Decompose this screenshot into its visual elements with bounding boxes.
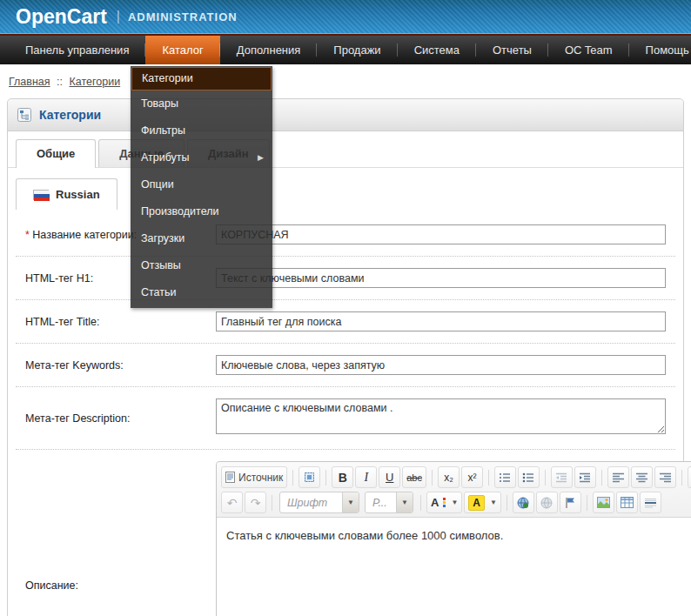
underline-button[interactable]: U <box>379 466 400 488</box>
meta-description-textarea[interactable]: Описание с ключевыми словами . <box>216 398 666 434</box>
tab-content-general: Russian * Название категории: HTML-тег H… <box>8 168 683 616</box>
anchor-flag-icon <box>565 497 575 509</box>
language-tab-russian[interactable]: Russian <box>16 178 117 210</box>
special-char-button[interactable]: Ω <box>688 466 691 488</box>
image-button[interactable] <box>593 492 614 513</box>
menu-item-attributes[interactable]: Атрибуты ▶ <box>131 144 272 171</box>
size-select[interactable]: Р... ▼ <box>365 492 413 513</box>
redo-button[interactable]: ↷ <box>245 492 266 513</box>
undo-button[interactable]: ↶ <box>221 492 243 513</box>
size-select-arrow-icon: ▼ <box>396 492 413 512</box>
menu-item-filters[interactable]: Фильтры <box>131 117 272 144</box>
nav-item-dashboard[interactable]: Панель управления <box>9 36 145 64</box>
table-icon <box>621 497 634 508</box>
align-left-button[interactable] <box>607 466 629 488</box>
subscript-icon: x₂ <box>444 472 453 484</box>
app-header: OpenCart | ADMINISTRATION <box>0 0 691 34</box>
align-left-icon <box>613 472 624 483</box>
font-select[interactable]: Шрифт ▼ <box>279 492 359 513</box>
breadcrumb-home-link[interactable]: Главная <box>9 76 50 88</box>
menu-item-options[interactable]: Опции <box>131 171 272 198</box>
submenu-arrow-icon: ▶ <box>258 144 264 171</box>
underline-icon: U <box>386 471 393 484</box>
numbered-list-icon <box>499 472 511 483</box>
bullet-list-button[interactable] <box>518 466 540 488</box>
nav-item-help[interactable]: Помощь <box>629 36 691 64</box>
superscript-icon: x² <box>467 472 476 484</box>
description-label: Описание: <box>16 579 216 592</box>
source-button[interactable]: Источник <box>221 466 287 488</box>
italic-icon: I <box>364 471 368 485</box>
bg-color-icon: A <box>468 495 485 511</box>
link-icon <box>517 497 529 509</box>
keywords-label: Мета-тег Keywords: <box>16 359 216 372</box>
align-right-button[interactable] <box>654 466 676 488</box>
nav-item-system[interactable]: Система <box>398 36 476 64</box>
form-row-keywords: Мета-тег Keywords: <box>16 344 675 387</box>
numbered-list-button[interactable] <box>494 466 516 488</box>
text-color-button[interactable]: A ▼ <box>426 492 462 513</box>
breadcrumb: Главная :: Категории <box>0 64 691 98</box>
logo-divider: | <box>117 9 120 24</box>
maximize-button[interactable] <box>299 466 320 488</box>
size-select-label: Р... <box>366 497 396 509</box>
form-tabs: Общие Данные Дизайн <box>8 131 683 168</box>
nav-item-sales[interactable]: Продажи <box>317 36 397 64</box>
bold-button[interactable]: B <box>332 466 353 488</box>
form-row-category-name: * Название категории: <box>16 213 675 257</box>
align-center-button[interactable] <box>631 466 653 488</box>
strikethrough-button[interactable]: abc <box>402 466 426 488</box>
maximize-icon <box>304 472 315 483</box>
breadcrumb-current-link[interactable]: Категории <box>70 76 121 88</box>
editor-content-area[interactable]: Статья с ключевыми словами более 1000 си… <box>217 518 691 616</box>
source-icon <box>225 472 235 483</box>
menu-item-categories[interactable]: Категории <box>131 67 272 90</box>
unlink-icon <box>540 497 553 509</box>
title-input[interactable] <box>216 311 666 331</box>
font-select-label: Шрифт <box>280 497 342 509</box>
bg-color-arrow-icon: ▼ <box>490 499 497 506</box>
bold-icon: B <box>339 471 347 485</box>
undo-icon: ↶ <box>227 496 238 510</box>
indent-button[interactable] <box>574 466 596 488</box>
keywords-input[interactable] <box>216 355 666 375</box>
menu-item-articles[interactable]: Статьи <box>131 279 272 306</box>
nav-item-reports[interactable]: Отчеты <box>476 36 548 64</box>
horizontal-rule-icon <box>644 497 657 508</box>
table-button[interactable] <box>616 492 638 513</box>
nav-item-octeam[interactable]: OC Team <box>548 36 629 64</box>
menu-item-products[interactable]: Товары <box>131 90 272 117</box>
image-icon <box>597 497 610 508</box>
menu-item-manufacturers[interactable]: Производители <box>131 198 272 225</box>
russian-flag-icon <box>33 190 49 200</box>
bg-color-button[interactable]: A ▼ <box>464 492 501 513</box>
tab-general[interactable]: Общие <box>16 139 96 168</box>
main-nav: Панель управления Каталог Дополнения Про… <box>0 34 691 64</box>
align-right-icon <box>660 472 671 483</box>
language-tab-label: Russian <box>56 188 100 201</box>
unlink-button[interactable] <box>536 492 558 513</box>
subscript-button[interactable]: x₂ <box>438 466 460 488</box>
wysiwyg-editor: Источник <box>216 461 691 616</box>
link-button[interactable] <box>513 492 534 513</box>
form-row-h1: HTML-тег H1: <box>16 257 675 300</box>
anchor-button[interactable] <box>560 492 581 513</box>
horizontal-rule-button[interactable] <box>640 492 661 513</box>
menu-item-attributes-label: Атрибуты <box>141 151 190 164</box>
h1-input[interactable] <box>216 268 666 288</box>
menu-item-downloads[interactable]: Загрузки <box>131 225 272 252</box>
source-button-label: Источник <box>238 472 283 484</box>
categories-panel: Категории Общие Данные Дизайн Russian * … <box>7 98 684 616</box>
form-row-description-meta: Мета-тег Description: Описание с ключевы… <box>16 387 675 450</box>
category-tree-icon <box>17 108 31 122</box>
page-title: Категории <box>39 108 101 122</box>
superscript-button[interactable]: x² <box>461 466 483 488</box>
category-name-input[interactable] <box>216 224 666 244</box>
menu-item-reviews[interactable]: Отзывы <box>131 252 272 279</box>
outdent-button[interactable] <box>551 466 573 488</box>
indent-icon <box>579 472 591 483</box>
align-center-icon <box>636 472 647 483</box>
nav-item-extensions[interactable]: Дополнения <box>220 36 318 64</box>
italic-button[interactable]: I <box>355 466 377 488</box>
nav-item-catalog[interactable]: Каталог <box>145 36 219 64</box>
